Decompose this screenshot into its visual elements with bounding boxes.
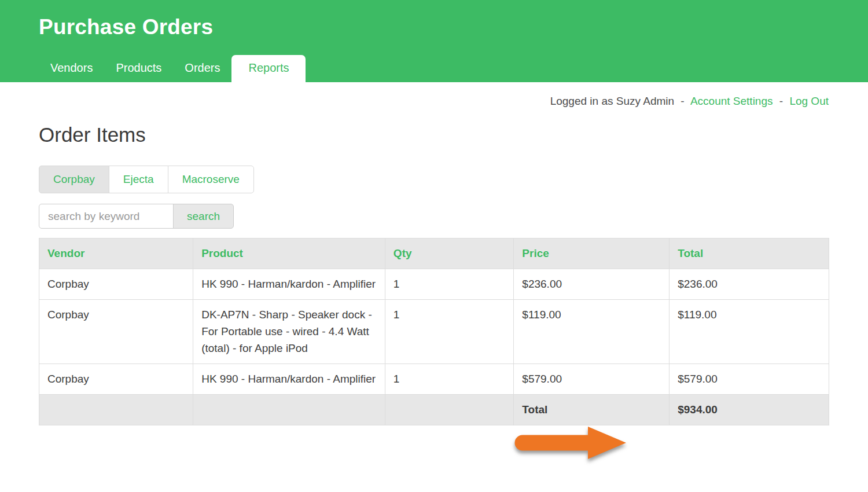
search-button[interactable]: search <box>173 204 234 229</box>
cell-price: $236.00 <box>514 269 670 300</box>
page: Purchase Orders Vendors Products Orders … <box>0 0 868 492</box>
cell-total: $579.00 <box>670 364 829 395</box>
cell-qty: 1 <box>385 269 513 300</box>
cell-qty: 1 <box>385 300 513 364</box>
column-header-product: Product <box>193 238 385 269</box>
app-header: Purchase Orders Vendors Products Orders … <box>0 0 868 82</box>
cell-qty: 1 <box>385 364 513 395</box>
cell-product: HK 990 - Harman/kardon - Amplifier <box>193 269 385 300</box>
cell-price: $119.00 <box>514 300 670 364</box>
account-settings-link[interactable]: Account Settings <box>690 95 773 107</box>
log-out-link[interactable]: Log Out <box>789 95 829 107</box>
column-header-qty: Qty <box>385 238 513 269</box>
tab-products[interactable]: Products <box>104 55 173 82</box>
order-items-table: Vendor Product Qty Price Total Corpbay H… <box>39 238 829 425</box>
column-header-price: Price <box>514 238 670 269</box>
cell-vendor: Corpbay <box>39 269 193 300</box>
cell-vendor: Corpbay <box>39 300 193 364</box>
column-header-total: Total <box>670 238 829 269</box>
account-bar: Logged in as Suzy Admin - Account Settin… <box>0 82 868 108</box>
grand-total-value: $934.00 <box>670 395 829 425</box>
separator: - <box>681 95 684 107</box>
separator: - <box>779 95 783 107</box>
cell-price: $579.00 <box>514 364 670 395</box>
vendor-filter-group: Corpbay Ejecta Macroserve <box>39 166 254 193</box>
footer-empty-cell <box>193 395 385 425</box>
cell-vendor: Corpbay <box>39 364 193 395</box>
search-row: search <box>39 204 868 229</box>
table-footer-row: Total $934.00 <box>39 395 829 425</box>
grand-total-label: Total <box>514 395 670 425</box>
logged-in-text: Logged in as Suzy Admin <box>550 95 674 107</box>
filter-button-corpbay[interactable]: Corpbay <box>39 166 109 193</box>
cell-total: $119.00 <box>670 300 829 364</box>
table-header-row: Vendor Product Qty Price Total <box>39 238 829 269</box>
tab-orders[interactable]: Orders <box>173 55 231 82</box>
page-title: Order Items <box>39 123 868 146</box>
filter-button-macroserve[interactable]: Macroserve <box>168 166 254 193</box>
footer-empty-cell <box>39 395 193 425</box>
table-row: Corpbay HK 990 - Harman/kardon - Amplifi… <box>39 269 829 300</box>
footer-empty-cell <box>385 395 513 425</box>
nav-tabs: Vendors Products Orders Reports <box>39 55 306 82</box>
order-items-table-wrap: Vendor Product Qty Price Total Corpbay H… <box>39 238 829 425</box>
orange-arrow-icon <box>512 423 628 463</box>
search-input[interactable] <box>39 204 174 229</box>
cell-product: DK-AP7N - Sharp - Speaker dock - For Por… <box>193 300 385 364</box>
tab-reports[interactable]: Reports <box>231 55 306 82</box>
table-row: Corpbay HK 990 - Harman/kardon - Amplifi… <box>39 364 829 395</box>
cell-total: $236.00 <box>670 269 829 300</box>
cell-product: HK 990 - Harman/kardon - Amplifier <box>193 364 385 395</box>
column-header-vendor: Vendor <box>39 238 193 269</box>
table-row: Corpbay DK-AP7N - Sharp - Speaker dock -… <box>39 300 829 364</box>
filter-button-ejecta[interactable]: Ejecta <box>109 166 168 193</box>
app-title: Purchase Orders <box>39 15 213 39</box>
tab-vendors[interactable]: Vendors <box>39 55 104 82</box>
